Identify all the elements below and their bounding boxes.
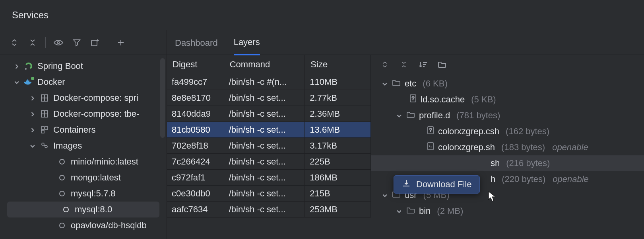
tab-dashboard[interactable]: Dashboard <box>175 38 218 55</box>
table-body: fa499cc7/bin/sh -c #(n...110MB8e8e8170/b… <box>167 74 371 239</box>
table-row[interactable]: aafc7634/bin/sh -c set...253MB <box>167 202 371 217</box>
file-name: etc <box>405 78 416 89</box>
title-bar: Services <box>0 0 644 30</box>
context-menu-download[interactable]: Download File <box>394 175 480 194</box>
file-tree: etc (6 KB) ? ld.so.cache (5 KB) profile.… <box>371 74 644 239</box>
service-tree: Spring Boot Docker Docker-c <box>0 55 167 239</box>
scrollbar[interactable] <box>160 58 165 138</box>
separator <box>45 37 46 48</box>
sort-icon[interactable] <box>417 59 429 70</box>
td-command: /bin/sh -c set... <box>224 202 305 217</box>
td-digest: c0e30db0 <box>167 186 224 201</box>
table-row[interactable]: 8140dda9/bin/sh -c set...2.36MB <box>167 106 371 122</box>
td-size: 3.17kB <box>305 138 371 153</box>
td-size: 2.36MB <box>305 106 371 121</box>
tree-item-image-selected[interactable]: mysql:8.0 <box>7 202 159 217</box>
tree-item-image[interactable]: mysql:5.7.8 <box>0 186 167 202</box>
td-digest: aafc7634 <box>167 202 224 217</box>
table-row[interactable]: 702e8f18/bin/sh -c set...3.17kB <box>167 138 371 154</box>
tree-label: Containers <box>53 125 95 135</box>
left-toolbar <box>0 30 167 55</box>
file-name: ld.so.cache <box>421 94 465 105</box>
file-size: (216 bytes) <box>506 158 550 168</box>
circle-icon <box>57 159 67 165</box>
tree-label: Docker <box>37 77 65 87</box>
table-row[interactable]: 81cb0580/bin/sh -c set...13.6MB <box>167 122 371 138</box>
add-icon[interactable] <box>115 37 126 48</box>
folder-icon <box>406 206 415 216</box>
images-icon <box>40 142 49 149</box>
expand-all-icon[interactable] <box>379 59 390 70</box>
chevron-right-icon <box>14 62 20 71</box>
th-digest[interactable]: Digest <box>167 55 224 74</box>
ftree-file-hidden-sh[interactable]: sh (216 bytes) <box>371 155 644 171</box>
table-header: Digest Command Size <box>167 55 371 74</box>
ftree-folder-profiled[interactable]: profile.d (781 bytes) <box>371 108 644 123</box>
td-size: 253MB <box>305 202 371 217</box>
folder-icon <box>406 110 415 121</box>
tree-item-containers[interactable]: Containers <box>0 122 167 138</box>
collapse-all-icon[interactable] <box>398 59 409 70</box>
table-row[interactable]: c0e30db0/bin/sh -c set...215B <box>167 186 371 202</box>
tree-item-images[interactable]: Images <box>0 138 167 154</box>
ftree-file-csh[interactable]: ? colorxzgrep.csh (162 bytes) <box>371 123 644 139</box>
tree-item-compose1[interactable]: Docker-compose: spri <box>0 90 167 106</box>
tree-item-docker[interactable]: Docker <box>0 74 167 90</box>
tree-item-image[interactable]: minio/minio:latest <box>0 154 167 170</box>
svg-point-11 <box>60 175 64 180</box>
tree-item-springboot[interactable]: Spring Boot <box>0 58 167 74</box>
ftree-file-sh[interactable]: colorxzgrep.sh (183 bytes) openable <box>371 139 644 155</box>
td-digest: 81cb0580 <box>167 122 224 137</box>
svg-point-0 <box>58 41 60 43</box>
td-command: /bin/sh -c set... <box>224 90 305 106</box>
file-name: profile.d <box>419 110 450 121</box>
chevron-down-icon <box>14 78 20 87</box>
svg-rect-5 <box>41 127 44 129</box>
tree-item-image[interactable]: opavlova/db-hsqldb <box>0 217 167 233</box>
collapse-all-icon[interactable] <box>27 37 38 48</box>
show-icon[interactable] <box>53 37 64 48</box>
tree-item-image[interactable]: mongo:latest <box>0 170 167 186</box>
td-size: 215B <box>305 186 371 201</box>
th-size[interactable]: Size <box>305 55 371 74</box>
folder-icon[interactable] <box>436 59 448 70</box>
expand-all-icon[interactable] <box>9 37 20 48</box>
chevron-down-icon <box>382 78 388 89</box>
table-row[interactable]: c972faf1/bin/sh -c set...186MB <box>167 170 371 186</box>
file-name: h <box>491 174 495 184</box>
left-panel: Spring Boot Docker Docker-c <box>0 30 167 239</box>
svg-rect-6 <box>45 127 48 129</box>
grid-icon <box>40 110 49 118</box>
chevron-right-icon <box>30 94 36 103</box>
table-row[interactable]: 7c266424/bin/sh -c set...225B <box>167 154 371 170</box>
tree-label: Spring Boot <box>37 61 83 71</box>
td-command: /bin/sh -c set... <box>224 138 305 153</box>
separator <box>108 37 108 48</box>
chevron-down-icon <box>30 141 36 151</box>
chevron-down-icon <box>397 206 402 216</box>
file-size: (220 bytes) <box>502 174 545 184</box>
table-row[interactable]: fa499cc7/bin/sh -c #(n...110MB <box>167 74 371 90</box>
tab-layers[interactable]: Layers <box>234 37 260 55</box>
ftree-file-ldsocache[interactable]: ? ld.so.cache (5 KB) <box>371 92 644 108</box>
td-command: /bin/sh -c #(n... <box>224 74 305 90</box>
file-name: bin <box>419 206 431 216</box>
td-digest: 8e8e8170 <box>167 90 224 106</box>
svg-text:?: ? <box>412 96 415 101</box>
tree-label: mysql:8.0 <box>75 204 112 215</box>
ftree-folder-bin[interactable]: bin (2 MB) <box>371 203 644 219</box>
main-body: Digest Command Size fa499cc7/bin/sh -c #… <box>167 55 644 239</box>
circle-icon <box>61 206 71 213</box>
file-name: colorxzgrep.sh <box>438 142 495 153</box>
th-command[interactable]: Command <box>224 55 305 74</box>
td-digest: 8140dda9 <box>167 106 224 121</box>
td-digest: fa499cc7 <box>167 74 224 90</box>
new-session-icon[interactable] <box>89 37 101 48</box>
tree-item-compose2[interactable]: Docker-compose: tbe- <box>0 106 167 122</box>
docker-icon <box>24 78 33 86</box>
file-toolbar <box>371 55 644 74</box>
table-row[interactable]: 8e8e8170/bin/sh -c set...2.77kB <box>167 90 371 106</box>
filter-icon[interactable] <box>71 37 82 48</box>
ftree-folder-etc[interactable]: etc (6 KB) <box>371 76 644 92</box>
content: Spring Boot Docker Docker-c <box>0 30 644 239</box>
